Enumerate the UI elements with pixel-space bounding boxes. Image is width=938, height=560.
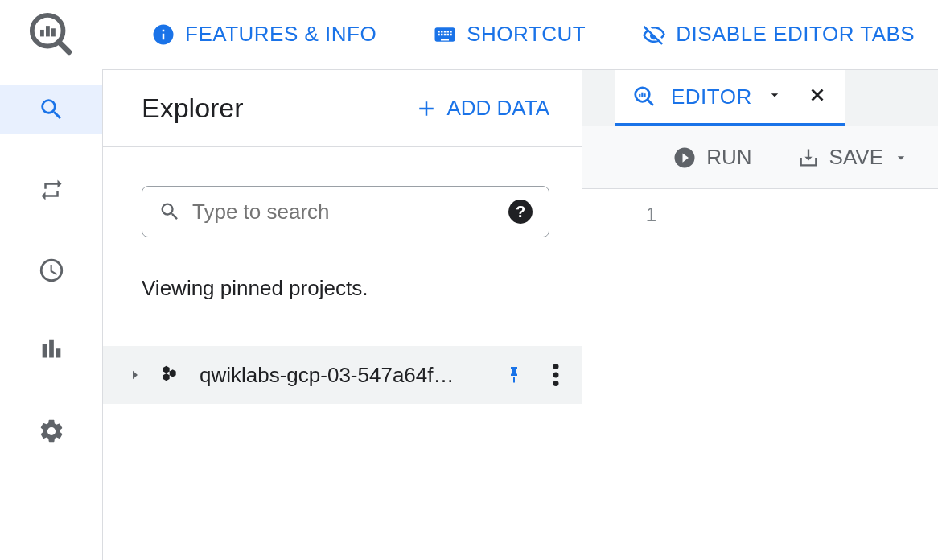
chevron-down-icon xyxy=(893,150,909,166)
nav-sql-workspace[interactable] xyxy=(0,85,102,134)
svg-rect-10 xyxy=(644,93,645,97)
disable-tabs-label: DISABLE EDITOR TABS xyxy=(676,22,915,47)
svg-point-5 xyxy=(553,373,559,378)
expand-toggle[interactable] xyxy=(125,368,145,382)
line-number: 1 xyxy=(582,204,695,226)
search-icon xyxy=(158,200,181,223)
tab-close[interactable] xyxy=(807,84,828,109)
project-row[interactable]: qwiklabs-gcp-03-547a64f… xyxy=(103,346,582,404)
gear-icon xyxy=(38,418,65,445)
left-nav xyxy=(0,69,103,560)
visibility-off-icon xyxy=(642,23,666,47)
editor-tabbar: EDITOR xyxy=(582,70,938,126)
svg-rect-2 xyxy=(46,26,50,36)
transfer-icon xyxy=(38,178,65,202)
svg-rect-9 xyxy=(641,93,643,97)
run-button[interactable]: RUN xyxy=(673,145,751,170)
add-data-button[interactable]: ADD DATA xyxy=(414,96,549,121)
nav-reservations[interactable] xyxy=(0,327,102,375)
editor-pane: EDITOR RUN SAVE xyxy=(582,69,938,560)
info-icon xyxy=(151,23,175,47)
editor-toolbar: RUN SAVE xyxy=(582,126,938,189)
run-label: RUN xyxy=(706,145,751,170)
chevron-down-icon xyxy=(767,87,783,103)
save-label: SAVE xyxy=(829,145,883,170)
explorer-title: Explorer xyxy=(142,93,244,124)
project-name: qwiklabs-gcp-03-547a64f… xyxy=(200,363,490,388)
svg-rect-1 xyxy=(40,29,44,35)
nav-scheduled[interactable] xyxy=(0,246,102,294)
help-icon[interactable]: ? xyxy=(508,200,533,224)
nav-transfers[interactable] xyxy=(0,166,102,214)
project-icon xyxy=(159,362,185,388)
editor-tab-label: EDITOR xyxy=(671,84,752,109)
search-box[interactable]: ? xyxy=(142,186,549,237)
clock-icon xyxy=(38,257,65,284)
close-icon xyxy=(807,84,828,105)
keyboard-icon xyxy=(433,23,457,47)
features-info-label: FEATURES & INFO xyxy=(185,22,376,47)
svg-point-6 xyxy=(553,381,559,386)
bigquery-icon xyxy=(632,84,656,109)
top-bar: FEATURES & INFO SHORTCUT DISABLE EDITOR … xyxy=(0,0,938,69)
bigquery-icon xyxy=(28,11,75,58)
add-data-label: ADD DATA xyxy=(446,96,549,121)
bigquery-logo xyxy=(0,11,103,58)
disable-tabs-button[interactable]: DISABLE EDITOR TABS xyxy=(642,22,915,47)
editor-gutter: 1 xyxy=(582,189,695,226)
shortcut-label: SHORTCUT xyxy=(467,22,586,47)
svg-point-4 xyxy=(553,364,559,369)
shortcut-button[interactable]: SHORTCUT xyxy=(433,22,586,47)
chevron-right-icon xyxy=(128,368,142,382)
svg-rect-3 xyxy=(51,28,56,36)
search-icon xyxy=(38,96,65,123)
explorer-panel: Explorer ADD DATA ? Viewing pinned proje… xyxy=(103,69,582,560)
nav-settings[interactable] xyxy=(0,407,102,455)
play-icon xyxy=(673,146,697,170)
more-vert-icon[interactable] xyxy=(553,364,559,386)
save-icon xyxy=(797,146,820,169)
equalizer-icon xyxy=(38,337,65,364)
pin-icon[interactable] xyxy=(504,364,524,386)
save-button[interactable]: SAVE xyxy=(797,145,909,170)
plus-icon xyxy=(414,97,438,121)
pinned-status: Viewing pinned projects. xyxy=(142,276,549,301)
search-input[interactable] xyxy=(192,200,497,224)
editor-tab[interactable]: EDITOR xyxy=(615,70,845,126)
tab-dropdown[interactable] xyxy=(767,87,783,106)
features-info-button[interactable]: FEATURES & INFO xyxy=(151,22,376,47)
svg-rect-8 xyxy=(639,94,640,97)
